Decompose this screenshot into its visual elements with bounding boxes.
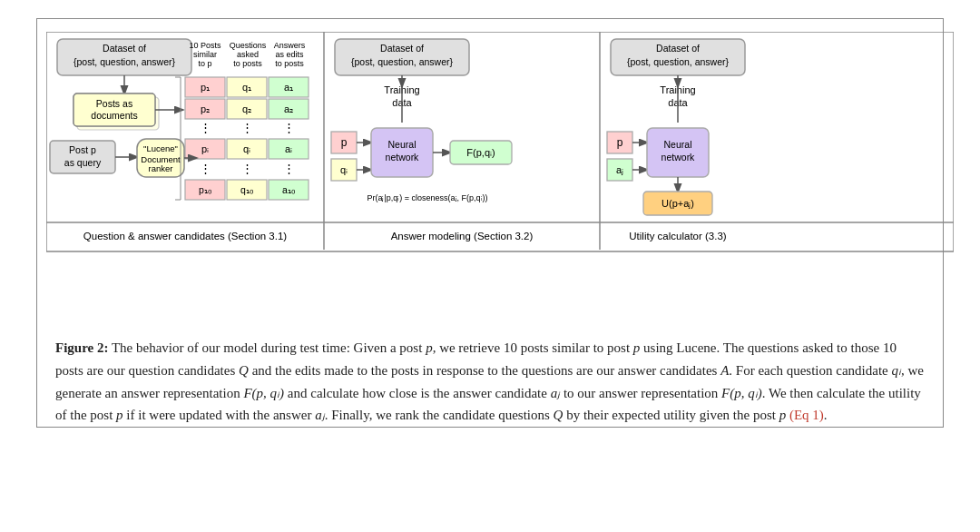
svg-text:aⱼ: aⱼ (616, 164, 623, 175)
svg-text:ranker: ranker (149, 163, 173, 173)
caption-p3: p (116, 408, 123, 422)
svg-text:to posts: to posts (233, 59, 262, 68)
caption-eq-link: (Eq 1) (789, 408, 824, 422)
caption-a1: A (720, 363, 729, 378)
caption-p1: p (426, 340, 433, 355)
caption-q2: Q (554, 408, 564, 422)
svg-text:network: network (662, 152, 696, 163)
svg-text:{post, question, answer}: {post, question, answer} (351, 56, 454, 67)
svg-text:⋮: ⋮ (283, 162, 295, 175)
svg-text:{post, question, answer}: {post, question, answer} (627, 56, 730, 67)
svg-text:documents: documents (91, 110, 137, 121)
svg-text:Answers: Answers (274, 41, 306, 50)
svg-text:a₁: a₁ (284, 82, 293, 93)
svg-text:Dataset of: Dataset of (380, 43, 424, 54)
caption-f2: F(p, qᵢ) (721, 386, 762, 400)
svg-text:aᵢ: aᵢ (285, 143, 292, 154)
caption-q1: Q (239, 363, 249, 378)
svg-text:⋮: ⋮ (283, 121, 295, 134)
svg-text:asked: asked (237, 50, 259, 59)
caption-aj2: aⱼ (315, 408, 325, 422)
svg-text:as edits: as edits (275, 50, 304, 59)
svg-text:Answer modeling (Section 3.2): Answer modeling (Section 3.2) (391, 231, 534, 241)
caption-text10: if it were updated with the answer (123, 408, 316, 422)
svg-text:p: p (341, 136, 348, 149)
svg-text:"Lucene": "Lucene" (143, 143, 178, 153)
svg-text:p: p (617, 136, 623, 149)
svg-text:q₁₀: q₁₀ (240, 184, 254, 195)
caption-aj1: aⱼ (551, 386, 561, 400)
svg-text:Dataset of: Dataset of (103, 43, 146, 54)
figure-label: Figure 2: (55, 340, 108, 355)
svg-text:qᵢ: qᵢ (243, 143, 250, 154)
svg-text:Questions: Questions (230, 41, 267, 50)
svg-text:as query: as query (64, 157, 102, 168)
svg-text:F(p,qᵢ): F(p,qᵢ) (466, 147, 495, 158)
svg-text:Utility calculator (3.3): Utility calculator (3.3) (629, 231, 727, 241)
svg-text:⋮: ⋮ (200, 162, 211, 175)
svg-text:p₁₀: p₁₀ (199, 184, 212, 195)
svg-text:Question & answer candidates (: Question & answer candidates (Section 3.… (83, 231, 288, 241)
caption-text5: . For each question candidate (729, 363, 891, 378)
svg-text:a₁₀: a₁₀ (282, 184, 296, 195)
svg-text:a₂: a₂ (284, 103, 293, 114)
svg-text:Posts as: Posts as (96, 98, 132, 109)
diagram-svg: Dataset of {post, question, answer} Post… (46, 32, 954, 322)
figure-container: Dataset of {post, question, answer} Post… (36, 18, 944, 428)
svg-text:to posts: to posts (275, 59, 304, 68)
caption-text8: to our answer representation (560, 386, 721, 400)
svg-text:⋮: ⋮ (241, 121, 253, 134)
svg-text:to p: to p (198, 59, 211, 68)
svg-text:Pr(aⱼ|p,qᵢ) = closeness(aⱼ, F(: Pr(aⱼ|p,qᵢ) = closeness(aⱼ, F(p,qᵢ)) (367, 193, 487, 202)
figure-caption: Figure 2: The behavior of our model duri… (46, 337, 934, 427)
svg-text:U(p+aⱼ): U(p+aⱼ) (662, 198, 694, 209)
svg-text:p₁: p₁ (201, 82, 210, 93)
caption-text1: The behavior of our model during test ti… (112, 340, 426, 355)
svg-text:pᵢ: pᵢ (201, 143, 209, 154)
caption-text11: . Finally, we rank the candidate questio… (325, 408, 554, 422)
svg-text:similar: similar (193, 50, 217, 59)
caption-qi: qᵢ (891, 363, 901, 378)
svg-text:10 Posts: 10 Posts (189, 41, 221, 50)
caption-text12: by their expected utility given the post (563, 408, 779, 422)
svg-text:Dataset of: Dataset of (656, 43, 700, 54)
svg-text:qᵢ: qᵢ (340, 164, 348, 175)
caption-text13: . (824, 408, 828, 422)
caption-text4: and the edits made to the posts in respo… (249, 363, 720, 378)
caption-text2: , we retrieve 10 posts similar to post (433, 340, 633, 355)
svg-text:q₂: q₂ (242, 103, 251, 114)
svg-text:Neural: Neural (664, 139, 692, 150)
svg-text:q₁: q₁ (242, 82, 251, 93)
svg-text:Neural: Neural (388, 139, 416, 150)
caption-text7: and calculate how close is the answer ca… (284, 386, 551, 400)
svg-text:⋮: ⋮ (200, 121, 211, 134)
svg-text:p₂: p₂ (201, 103, 210, 114)
caption-p3b: p (779, 408, 787, 422)
svg-text:⋮: ⋮ (241, 162, 253, 175)
svg-text:{post, question, answer}: {post, question, answer} (74, 56, 176, 67)
svg-text:Post p: Post p (69, 144, 96, 155)
caption-f1: F(p, qᵢ) (243, 386, 284, 400)
svg-text:network: network (386, 152, 420, 163)
